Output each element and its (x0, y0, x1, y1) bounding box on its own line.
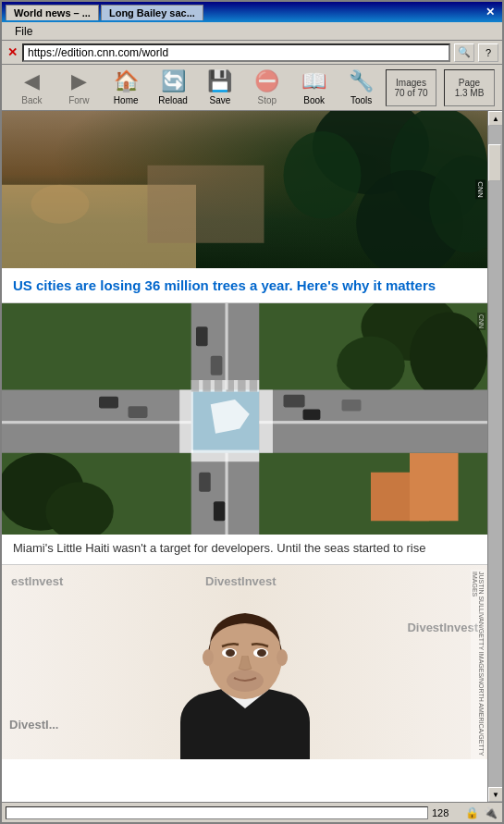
reload-icon: 🔄 (161, 69, 186, 93)
divest-text-right: DivestInvest (407, 621, 478, 634)
svg-rect-29 (99, 397, 118, 409)
home-icon: 🏠 (114, 69, 139, 93)
forward-icon: ▶ (71, 69, 87, 93)
reload-button[interactable]: 🔄 Reload (151, 68, 196, 108)
svg-point-46 (226, 649, 235, 657)
scrollbar: ▲ ▼ (487, 111, 502, 802)
svg-rect-15 (410, 453, 459, 522)
status-bar: 128 🔒 🔌 (2, 802, 502, 822)
scrollbar-track[interactable] (488, 126, 502, 787)
images-count: 70 of 70 (394, 88, 427, 98)
article-3-credit: JUSTIN SULLIVAN/GETTY IMAGES/NORTH AMERI… (471, 570, 486, 759)
content-area: CNN US cities are losing 36 million tree… (2, 111, 487, 802)
article-2-headline[interactable]: Miami's Little Haiti wasn't a target for… (2, 535, 487, 564)
svg-point-50 (277, 649, 288, 666)
save-icon: 💾 (207, 69, 232, 93)
book-label: Book (303, 95, 325, 105)
stop-button[interactable]: ⛔ Stop (244, 68, 289, 108)
scroll-down-button[interactable]: ▼ (488, 787, 502, 802)
status-icons: 🔒 🔌 (463, 805, 498, 821)
article-1-headline[interactable]: US cities are losing 36 million trees a … (2, 268, 487, 302)
svg-rect-28 (250, 380, 257, 392)
tools-icon: 🔧 (349, 69, 374, 93)
title-bar: World news – ... Long Bailey sac... ✕ (2, 2, 502, 22)
back-label: Back (21, 95, 42, 105)
progress-bar (6, 806, 428, 819)
svg-rect-39 (226, 453, 228, 535)
status-number: 128 (432, 807, 460, 818)
svg-rect-40 (2, 421, 191, 424)
tab-1[interactable]: World news – ... (6, 5, 99, 20)
svg-rect-25 (215, 380, 222, 392)
plugin-icon: 🔌 (482, 805, 498, 821)
article-2-image: CNN (2, 303, 487, 535)
toolbar-info-area: Images 70 of 70 Page 1.3 MB (386, 69, 495, 106)
svg-rect-24 (203, 380, 210, 392)
back-icon: ◀ (24, 69, 40, 93)
scroll-up-button[interactable]: ▲ (488, 111, 502, 126)
svg-rect-6 (148, 166, 264, 243)
help-button[interactable]: ? (478, 43, 498, 62)
svg-rect-30 (129, 406, 148, 418)
images-info: Images 70 of 70 (386, 69, 436, 106)
page-info: Page 1.3 MB (444, 69, 495, 106)
svg-point-48 (227, 670, 264, 692)
divest-text-bottom-left: DivestI... (9, 718, 58, 732)
browser-window: World news – ... Long Bailey sac... ✕ Fi… (0, 0, 504, 824)
url-input[interactable] (22, 43, 450, 62)
forward-button[interactable]: ▶ Forw (56, 68, 102, 108)
svg-rect-34 (196, 326, 208, 346)
article-3-image: estInvest DivestInvest DivestInvest Dive… (2, 565, 487, 759)
stop-icon: ⛔ (254, 69, 279, 93)
article-2-credit: CNN (477, 313, 486, 330)
book-icon: 📖 (301, 69, 326, 93)
save-button[interactable]: 💾 Save (198, 68, 243, 108)
divest-text-left: estInvest (11, 574, 63, 588)
svg-rect-32 (303, 410, 321, 421)
home-label: Home (114, 95, 139, 105)
scrollbar-thumb[interactable] (488, 144, 501, 181)
page-size: 1.3 MB (455, 88, 485, 98)
home-button[interactable]: 🏠 Home (104, 68, 149, 108)
svg-rect-31 (284, 395, 305, 408)
images-label: Images (396, 78, 426, 88)
stop-icon[interactable]: ✕ (6, 45, 18, 59)
svg-rect-37 (214, 501, 226, 521)
svg-rect-35 (211, 356, 223, 375)
page-label: Page (459, 78, 480, 88)
back-button[interactable]: ◀ Back (9, 68, 55, 108)
article-3-image-container: estInvest DivestInvest DivestInvest Dive… (2, 565, 487, 759)
save-label: Save (210, 95, 231, 105)
close-window-button[interactable]: ✕ (482, 6, 498, 18)
search-button[interactable]: 🔍 (454, 43, 474, 62)
tab-2[interactable]: Long Bailey sac... (101, 5, 203, 20)
tools-label: Tools (350, 95, 372, 105)
svg-rect-36 (199, 473, 211, 492)
forward-label: Forw (68, 95, 89, 105)
bookmarks-button[interactable]: 📖 Book (291, 68, 337, 108)
svg-rect-23 (191, 380, 199, 392)
file-menu[interactable]: File (7, 25, 40, 38)
svg-point-11 (337, 337, 405, 395)
svg-point-7 (31, 185, 90, 224)
article-2-image-container: CNN (2, 303, 487, 535)
article-1-image (2, 111, 487, 268)
svg-point-47 (257, 649, 266, 657)
svg-rect-33 (342, 400, 362, 412)
toolbar: ◀ Back ▶ Forw 🏠 Home 🔄 Reload 💾 Save ⛔ S… (2, 65, 502, 111)
address-bar: ✕ 🔍 ? (2, 41, 502, 65)
svg-point-3 (284, 131, 362, 219)
reload-label: Reload (158, 95, 188, 105)
article-1-image-container: CNN (2, 111, 487, 268)
svg-rect-38 (226, 303, 228, 390)
svg-point-49 (203, 649, 214, 666)
tab-bar: World news – ... Long Bailey sac... (6, 5, 482, 20)
content-wrapper: CNN US cities are losing 36 million tree… (2, 111, 502, 802)
tools-button[interactable]: 🔧 Tools (338, 68, 384, 108)
menu-bar: File (2, 22, 502, 41)
svg-rect-41 (259, 421, 487, 424)
article-1-credit: CNN (475, 179, 486, 199)
security-icon: 🔒 (463, 805, 480, 821)
stop-label: Stop (258, 95, 277, 105)
svg-point-10 (410, 313, 487, 400)
